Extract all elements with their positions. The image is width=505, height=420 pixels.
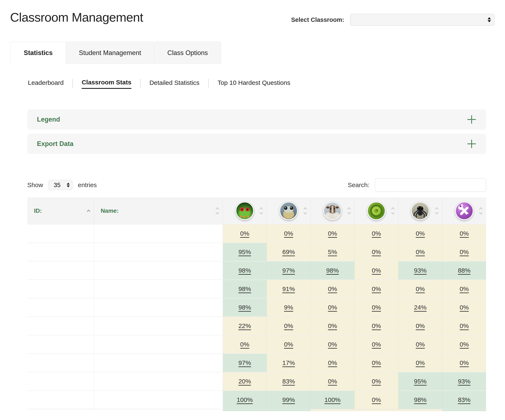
subnav-classroom-stats[interactable]: Classroom Stats	[82, 79, 131, 89]
score-link[interactable]: 0%	[460, 359, 469, 366]
score-link[interactable]: 0%	[372, 267, 381, 274]
score-link[interactable]: 97%	[239, 359, 251, 366]
score-cell: 0%	[354, 372, 398, 391]
score-link[interactable]: 0%	[240, 341, 249, 348]
score-link[interactable]: 0%	[372, 378, 381, 385]
score-link[interactable]: 24%	[414, 304, 427, 311]
score-link[interactable]: 0%	[372, 322, 381, 329]
score-link[interactable]: 0%	[416, 248, 425, 255]
tab-student-management[interactable]: Student Management	[66, 42, 154, 64]
score-link[interactable]: 100%	[237, 396, 253, 403]
score-link[interactable]: 0%	[328, 378, 337, 385]
score-link[interactable]: 0%	[372, 248, 381, 255]
score-link[interactable]: 0%	[240, 230, 249, 237]
score-link[interactable]: 100%	[324, 396, 341, 403]
sort-both-icon	[259, 206, 264, 215]
column-header-name[interactable]: Name:	[94, 198, 223, 224]
column-header-id[interactable]: ID:	[27, 198, 94, 224]
score-link[interactable]: 98%	[326, 267, 339, 274]
score-cell: 100%	[223, 391, 266, 409]
table-row-partial	[27, 409, 486, 411]
sort-both-icon	[215, 206, 220, 215]
subnav-detailed-statistics[interactable]: Detailed Statistics	[149, 79, 199, 89]
score-link[interactable]: 0%	[372, 359, 381, 366]
plus-icon[interactable]	[467, 139, 476, 149]
score-cell: 0%	[311, 224, 354, 243]
score-link[interactable]: 93%	[458, 378, 471, 385]
score-cell: 0%	[354, 391, 398, 409]
score-link[interactable]: 0%	[328, 322, 337, 329]
score-link[interactable]: 0%	[372, 341, 381, 348]
score-link[interactable]: 20%	[239, 378, 251, 385]
score-link[interactable]: 97%	[282, 267, 295, 274]
tab-class-options[interactable]: Class Options	[154, 42, 221, 64]
score-cell: 24%	[398, 298, 442, 317]
score-link[interactable]: 5%	[328, 248, 337, 255]
score-cell: 0%	[223, 224, 266, 243]
score-link[interactable]: 0%	[372, 304, 381, 311]
subnav-top-10-hardest-questions[interactable]: Top 10 Hardest Questions	[217, 79, 290, 89]
column-header-student-3[interactable]	[311, 198, 354, 224]
score-link[interactable]: 98%	[239, 267, 251, 274]
subnav-leaderboard[interactable]: Leaderboard	[28, 79, 63, 89]
score-link[interactable]: 98%	[414, 396, 427, 403]
score-link[interactable]: 0%	[416, 359, 425, 366]
score-link[interactable]: 95%	[414, 378, 427, 385]
score-link[interactable]: 0%	[460, 304, 469, 311]
export-data-panel-header[interactable]: Export Data	[27, 134, 486, 154]
score-link[interactable]: 93%	[414, 267, 427, 274]
score-link[interactable]: 0%	[460, 248, 469, 255]
score-link[interactable]: 0%	[460, 285, 469, 292]
select-stepper-icon	[488, 17, 491, 22]
score-link[interactable]: 0%	[284, 230, 293, 237]
score-link[interactable]: 0%	[460, 341, 469, 348]
score-link[interactable]: 0%	[416, 322, 425, 329]
score-link[interactable]: 0%	[416, 230, 425, 237]
score-link[interactable]: 9%	[284, 304, 293, 311]
score-link[interactable]: 0%	[328, 230, 337, 237]
score-link[interactable]: 83%	[282, 378, 295, 385]
column-header-student-1[interactable]	[223, 198, 266, 224]
score-link[interactable]: 22%	[239, 322, 251, 329]
score-link[interactable]: 69%	[282, 248, 295, 255]
score-link[interactable]: 88%	[458, 267, 471, 274]
score-link[interactable]: 99%	[282, 396, 295, 403]
id-cell	[27, 409, 94, 411]
column-header-student-6[interactable]	[442, 198, 486, 224]
score-cell: 88%	[442, 261, 486, 280]
column-header-student-4[interactable]	[354, 198, 398, 224]
entries-select[interactable]: 35	[49, 180, 72, 190]
score-cell: 0%	[398, 335, 442, 354]
score-link[interactable]: 95%	[239, 248, 251, 255]
column-header-student-2[interactable]	[267, 198, 311, 224]
classroom-select[interactable]	[350, 14, 494, 26]
score-link[interactable]: 98%	[239, 285, 251, 292]
score-link[interactable]: 0%	[328, 341, 337, 348]
table-row: 0%0%0%0%0%0%	[27, 224, 486, 243]
column-header-student-5[interactable]	[398, 198, 442, 224]
score-link[interactable]: 91%	[282, 285, 295, 292]
score-link[interactable]: 0%	[416, 341, 425, 348]
score-link[interactable]: 83%	[458, 396, 471, 403]
id-cell	[27, 243, 94, 261]
score-link[interactable]: 0%	[416, 285, 425, 292]
score-link[interactable]: 0%	[284, 341, 293, 348]
score-link[interactable]: 0%	[328, 285, 337, 292]
score-link[interactable]: 17%	[282, 359, 295, 366]
search-input[interactable]	[375, 178, 486, 192]
score-link[interactable]: 0%	[328, 359, 337, 366]
score-link[interactable]: 0%	[460, 322, 469, 329]
score-link[interactable]: 98%	[239, 304, 251, 311]
score-link[interactable]: 0%	[372, 396, 381, 403]
score-cell: 0%	[398, 224, 442, 243]
score-link[interactable]: 0%	[372, 230, 381, 237]
score-link[interactable]: 0%	[284, 322, 293, 329]
score-link[interactable]: 0%	[460, 230, 469, 237]
plus-icon[interactable]	[467, 115, 476, 124]
score-link[interactable]: 0%	[328, 304, 337, 311]
sheep-avatar	[323, 202, 342, 220]
tab-statistics[interactable]: Statistics	[11, 42, 66, 64]
score-link[interactable]: 0%	[372, 285, 381, 292]
legend-panel-header[interactable]: Legend	[27, 109, 486, 130]
score-cell: 0%	[442, 243, 486, 261]
